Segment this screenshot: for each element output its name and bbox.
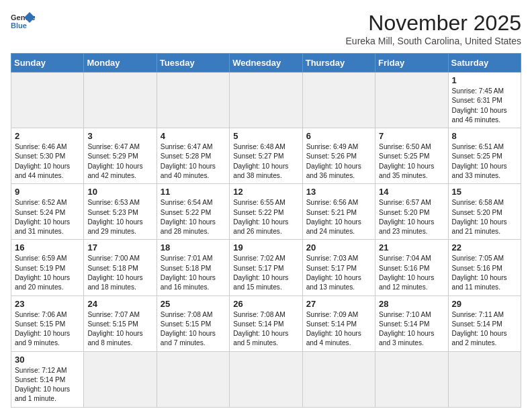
calendar-week-row: 2Sunrise: 6:46 AM Sunset: 5:30 PM Daylig…: [11, 128, 521, 184]
calendar-day-cell: 1Sunrise: 7:45 AM Sunset: 6:31 PM Daylig…: [448, 73, 521, 128]
calendar-day-cell: [157, 351, 229, 407]
calendar-week-row: 9Sunrise: 6:52 AM Sunset: 5:24 PM Daylig…: [11, 184, 521, 240]
calendar-day-cell: 8Sunrise: 6:51 AM Sunset: 5:25 PM Daylig…: [448, 128, 521, 184]
day-number: 17: [87, 242, 152, 253]
day-info: Sunrise: 7:08 AM Sunset: 5:15 PM Dayligh…: [161, 310, 226, 349]
day-info: Sunrise: 7:12 AM Sunset: 5:14 PM Dayligh…: [15, 366, 80, 404]
day-number: 15: [452, 187, 517, 197]
weekday-header-saturday: Saturday: [448, 54, 521, 73]
day-number: 10: [87, 187, 152, 197]
calendar-day-cell: 25Sunrise: 7:08 AM Sunset: 5:15 PM Dayli…: [157, 295, 229, 351]
calendar-day-cell: 4Sunrise: 6:47 AM Sunset: 5:28 PM Daylig…: [157, 128, 229, 184]
calendar-day-cell: 16Sunrise: 6:59 AM Sunset: 5:19 PM Dayli…: [11, 240, 84, 295]
calendar-day-cell: [302, 73, 375, 128]
calendar-day-cell: 2Sunrise: 6:46 AM Sunset: 5:30 PM Daylig…: [11, 128, 84, 184]
day-number: 12: [233, 187, 298, 197]
day-number: 26: [233, 299, 298, 309]
day-info: Sunrise: 6:47 AM Sunset: 5:29 PM Dayligh…: [87, 142, 152, 181]
svg-text:Blue: Blue: [11, 21, 27, 30]
day-info: Sunrise: 7:06 AM Sunset: 5:15 PM Dayligh…: [15, 310, 80, 349]
day-number: 24: [87, 299, 152, 309]
day-info: Sunrise: 7:07 AM Sunset: 5:15 PM Dayligh…: [87, 310, 152, 349]
weekday-header-sunday: Sunday: [11, 54, 84, 73]
calendar-day-cell: 19Sunrise: 7:02 AM Sunset: 5:17 PM Dayli…: [230, 240, 302, 295]
calendar-week-row: 23Sunrise: 7:06 AM Sunset: 5:15 PM Dayli…: [11, 295, 521, 351]
calendar-day-cell: 13Sunrise: 6:56 AM Sunset: 5:21 PM Dayli…: [302, 184, 375, 240]
calendar-day-cell: [302, 351, 375, 407]
calendar-day-cell: [230, 351, 302, 407]
calendar-day-cell: [11, 73, 84, 128]
day-number: 20: [306, 242, 371, 253]
calendar-day-cell: 27Sunrise: 7:09 AM Sunset: 5:14 PM Dayli…: [302, 295, 375, 351]
day-info: Sunrise: 6:50 AM Sunset: 5:25 PM Dayligh…: [379, 142, 444, 181]
day-number: 9: [15, 187, 80, 197]
day-info: Sunrise: 6:53 AM Sunset: 5:23 PM Dayligh…: [87, 198, 152, 236]
day-info: Sunrise: 7:00 AM Sunset: 5:18 PM Dayligh…: [87, 254, 152, 292]
day-number: 2: [15, 131, 80, 141]
weekday-header-wednesday: Wednesday: [230, 54, 302, 73]
day-number: 19: [233, 242, 298, 253]
day-number: 23: [15, 299, 80, 309]
day-number: 14: [379, 187, 444, 197]
day-info: Sunrise: 6:46 AM Sunset: 5:30 PM Dayligh…: [15, 142, 80, 181]
calendar-day-cell: 29Sunrise: 7:11 AM Sunset: 5:14 PM Dayli…: [448, 295, 521, 351]
day-info: Sunrise: 6:49 AM Sunset: 5:26 PM Dayligh…: [306, 142, 371, 181]
day-info: Sunrise: 7:02 AM Sunset: 5:17 PM Dayligh…: [233, 254, 298, 292]
calendar-day-cell: 12Sunrise: 6:55 AM Sunset: 5:22 PM Dayli…: [230, 184, 302, 240]
calendar-day-cell: 28Sunrise: 7:10 AM Sunset: 5:14 PM Dayli…: [375, 295, 448, 351]
location-title: Eureka Mill, South Carolina, United Stat…: [346, 36, 521, 46]
calendar-day-cell: [375, 351, 448, 407]
day-number: 18: [161, 242, 226, 253]
month-title: November 2025: [346, 11, 521, 36]
day-info: Sunrise: 7:10 AM Sunset: 5:14 PM Dayligh…: [379, 310, 444, 349]
calendar-day-cell: 3Sunrise: 6:47 AM Sunset: 5:29 PM Daylig…: [84, 128, 157, 184]
day-number: 27: [306, 299, 371, 309]
day-number: 8: [452, 131, 517, 141]
calendar-day-cell: 9Sunrise: 6:52 AM Sunset: 5:24 PM Daylig…: [11, 184, 84, 240]
weekday-header-friday: Friday: [375, 54, 448, 73]
calendar-day-cell: [448, 351, 521, 407]
day-info: Sunrise: 6:51 AM Sunset: 5:25 PM Dayligh…: [452, 142, 517, 181]
day-info: Sunrise: 7:11 AM Sunset: 5:14 PM Dayligh…: [452, 310, 517, 349]
calendar-week-row: 16Sunrise: 6:59 AM Sunset: 5:19 PM Dayli…: [11, 240, 521, 295]
calendar-day-cell: 21Sunrise: 7:04 AM Sunset: 5:16 PM Dayli…: [375, 240, 448, 295]
day-info: Sunrise: 7:08 AM Sunset: 5:14 PM Dayligh…: [233, 310, 298, 349]
day-number: 7: [379, 131, 444, 141]
weekday-header-monday: Monday: [84, 54, 157, 73]
calendar-day-cell: 22Sunrise: 7:05 AM Sunset: 5:16 PM Dayli…: [448, 240, 521, 295]
day-number: 21: [379, 242, 444, 253]
calendar-day-cell: 14Sunrise: 6:57 AM Sunset: 5:20 PM Dayli…: [375, 184, 448, 240]
day-number: 16: [15, 242, 80, 253]
calendar-day-cell: [230, 73, 302, 128]
day-info: Sunrise: 6:47 AM Sunset: 5:28 PM Dayligh…: [161, 142, 226, 181]
calendar-day-cell: 24Sunrise: 7:07 AM Sunset: 5:15 PM Dayli…: [84, 295, 157, 351]
calendar-day-cell: [84, 73, 157, 128]
day-number: 3: [87, 131, 152, 141]
day-info: Sunrise: 6:52 AM Sunset: 5:24 PM Dayligh…: [15, 198, 80, 236]
calendar-day-cell: 5Sunrise: 6:48 AM Sunset: 5:27 PM Daylig…: [230, 128, 302, 184]
day-info: Sunrise: 7:05 AM Sunset: 5:16 PM Dayligh…: [452, 254, 517, 292]
calendar-day-cell: 15Sunrise: 6:58 AM Sunset: 5:20 PM Dayli…: [448, 184, 521, 240]
logo-icon: General Blue: [11, 11, 35, 31]
day-info: Sunrise: 6:59 AM Sunset: 5:19 PM Dayligh…: [15, 254, 80, 292]
weekday-header-row: SundayMondayTuesdayWednesdayThursdayFrid…: [11, 54, 521, 73]
calendar-day-cell: [375, 73, 448, 128]
calendar-table: SundayMondayTuesdayWednesdayThursdayFrid…: [11, 53, 521, 408]
day-number: 5: [233, 131, 298, 141]
weekday-header-tuesday: Tuesday: [157, 54, 229, 73]
day-number: 22: [452, 242, 517, 253]
day-info: Sunrise: 7:09 AM Sunset: 5:14 PM Dayligh…: [306, 310, 371, 349]
calendar-day-cell: 26Sunrise: 7:08 AM Sunset: 5:14 PM Dayli…: [230, 295, 302, 351]
calendar-day-cell: [157, 73, 229, 128]
day-number: 1: [452, 75, 517, 85]
day-info: Sunrise: 6:54 AM Sunset: 5:22 PM Dayligh…: [161, 198, 226, 236]
day-info: Sunrise: 7:04 AM Sunset: 5:16 PM Dayligh…: [379, 254, 444, 292]
calendar-day-cell: 6Sunrise: 6:49 AM Sunset: 5:26 PM Daylig…: [302, 128, 375, 184]
weekday-header-thursday: Thursday: [302, 54, 375, 73]
day-info: Sunrise: 7:45 AM Sunset: 6:31 PM Dayligh…: [452, 87, 517, 125]
day-info: Sunrise: 6:55 AM Sunset: 5:22 PM Dayligh…: [233, 198, 298, 236]
day-info: Sunrise: 7:03 AM Sunset: 5:17 PM Dayligh…: [306, 254, 371, 292]
day-info: Sunrise: 6:56 AM Sunset: 5:21 PM Dayligh…: [306, 198, 371, 236]
day-info: Sunrise: 6:48 AM Sunset: 5:27 PM Dayligh…: [233, 142, 298, 181]
day-number: 29: [452, 299, 517, 309]
